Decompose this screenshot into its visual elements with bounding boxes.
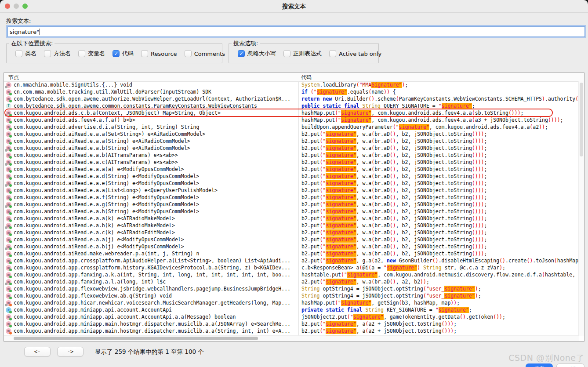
search-input[interactable]: signature" [7,26,585,37]
node-cell[interactable]: mcom.kugou.android.app.miniapp.main.host… [4,320,298,327]
node-cell[interactable]: mcom.kugou.android.aiRead.e.a.d(String) … [4,173,298,180]
checkbox-unchecked-icon[interactable] [44,50,51,57]
code-cell[interactable]: System.loadLibrary("MMASignature"); [298,81,579,88]
node-cell[interactable]: mcom.kugou.android.ads.c.b.a(Context, JS… [4,109,298,116]
result-row[interactable]: mcom.kugou.android.aiRead.e.a.g(String) … [4,201,579,208]
horizontal-scrollbar-thumb[interactable] [14,337,258,340]
node-cell[interactable]: mcn.mmachina.mobile.SignUtils.{...} void [4,81,298,88]
horizontal-scrollbar[interactable] [4,335,579,341]
code-cell[interactable]: b2.put("signature", w.a(br.aD(), b2, jSO… [298,250,579,257]
node-cell[interactable]: mcom.kugou.android.app.fanxing.a.l.a(lon… [4,278,298,285]
node-cell[interactable]: mcom.kugou.android.aiRead.e.a.e(String) … [4,180,298,187]
node-cell[interactable]: mcom.kugou.android.advertise.d.i.a(Strin… [4,124,298,131]
code-cell[interactable]: b2.put("signature", w.a(br.aD(), b2, jSO… [298,243,579,250]
code-cell[interactable]: hashtable.put("signature", com.kugou.and… [298,271,579,278]
column-header-code[interactable]: 代码 [301,74,312,81]
code-cell[interactable]: a2.put("signature", w.a(br.aD(), a2, b2)… [298,278,579,285]
cancel-button[interactable]: 取消 [556,363,584,367]
code-cell[interactable]: b2.put("signature", w.a(br.aD(), b2, jSO… [298,201,579,208]
result-row[interactable]: mcom.kugou.android.ads.feev4.a.f.a() b<b… [4,116,579,124]
checkbox-item[interactable]: 变量名 [78,50,105,58]
result-row[interactable]: mcom.kugou.android.aiRead.e.a.b(j) e<Mod… [4,243,579,250]
result-row[interactable]: mcom.kugou.android.app.crossplatform.Api… [4,257,579,264]
node-cell[interactable]: mcom.kugou.android.aiRead.e.a.a(Set<Stri… [4,131,298,138]
checkbox-checked-icon[interactable]: ✓ [238,50,245,57]
node-cell[interactable]: mcom.kugou.android.aiRead.e.a.b(j) e<Mod… [4,243,298,250]
node-cell[interactable]: mcom.kugou.android.app.crossplatform.Api… [4,257,298,264]
code-cell[interactable]: hashMap.put("signature", getSign(b3, has… [298,299,579,306]
checkbox-item[interactable]: 正则表达式 [283,50,322,58]
node-cell[interactable]: mcom.kugou.android.aiRead.e.a.g(String) … [4,201,298,208]
node-cell[interactable]: mcom.kugou.android.aiRead.make.webreader… [4,250,298,257]
code-cell[interactable]: b2.put("signature", w.a(br.aD(), b2, jSO… [298,222,579,229]
code-cell[interactable]: b2.put("signature", a(a2 + jSONObject.to… [298,320,579,327]
code-cell[interactable]: buildUpon.appendQueryParameter("signatur… [298,124,579,131]
code-cell[interactable]: public static final String QUERY_SIGNATU… [298,102,579,109]
checkbox-item[interactable]: 类名 [15,50,36,58]
code-cell[interactable]: b2.put("signature", w.a(br.aD(), b2, jSO… [298,173,579,180]
checkbox-unchecked-icon[interactable] [141,50,148,57]
code-cell[interactable]: hashMap.put("signature", com.kugou.andro… [298,116,579,124]
result-row[interactable]: mcom.kugou.android.app.flexowebview.ab.q… [4,292,579,299]
checkbox-item[interactable]: Comments [185,50,225,57]
code-cell[interactable]: String optString4 = jSONObject.optString… [298,285,579,292]
node-cell[interactable]: mcn.com.mma.mobile.tracking.util.XmlUtil… [4,88,298,95]
column-header-node[interactable]: 节点 [8,74,19,81]
node-cell[interactable]: mcom.kugou.android.aiRead.e.a.a(String) … [4,138,298,145]
node-cell[interactable]: mcom.bytedance.sdk.open.aweme.authorize.… [4,95,298,102]
node-cell[interactable]: ccom.kugou.android.app.miniapp.api.accou… [4,306,298,313]
code-cell[interactable]: b2.put("signature", w.a(br.aD(), b2, jSO… [298,236,579,243]
result-row[interactable]: mcom.kugou.android.aiRead.e.a.f(String) … [4,194,579,201]
result-row[interactable]: mcom.kugou.android.aiRead.e.a.c(k) e<AIR… [4,229,579,236]
next-page-button[interactable]: -> [57,347,83,356]
node-cell[interactable]: mcom.kugou.android.aiRead.e.a.c(AITransP… [4,159,298,166]
code-cell[interactable]: b2.put("signature", w.a(br.aD(), b2, jSO… [298,194,579,201]
code-cell[interactable]: a2.put("signature", g.a(a2, new GsonBuil… [298,257,579,264]
result-row[interactable]: mcom.kugou.android.app.miniapp.main.host… [4,320,579,327]
result-row[interactable]: Icom.bytedance.sdk.open.aweme.common.con… [4,102,579,109]
result-row[interactable]: mcom.kugou.android.aiRead.e.a.a(j) e<Mod… [4,236,579,243]
node-cell[interactable]: mcom.kugou.android.app.hicar.newhicar.vo… [4,299,298,306]
code-cell[interactable]: String optString4 = jSONObject.optString… [298,292,579,299]
node-cell[interactable]: mcom.kugou.android.aiRead.e.a.a(j) e<Mod… [4,236,298,243]
checkbox-item[interactable]: Active tab only [329,50,381,57]
node-cell[interactable]: mcom.kugou.android.app.flexowebview.ab.q… [4,292,298,299]
code-cell[interactable]: return new Uri.Builder().scheme(ParamKey… [298,95,579,102]
node-cell[interactable]: mcom.kugou.android.aiRead.e.a.c(k) e<AIR… [4,229,298,236]
code-cell[interactable]: c.b<ResponseBean> a(@i(a = "signature") … [298,264,579,271]
result-row[interactable]: mcn.mmachina.mobile.SignUtils.{...} void… [4,81,579,88]
result-row[interactable]: mcom.kugou.android.aiRead.e.a.a(Set<Stri… [4,131,579,138]
checkbox-unchecked-icon[interactable] [78,50,85,57]
result-row[interactable]: mcom.kugou.android.aiRead.e.a.b(k) e<AIR… [4,222,579,229]
code-cell[interactable]: b2.put("signature", w.a(br.aD(), b2, jSO… [298,180,579,187]
result-row[interactable]: mcom.kugou.android.aiRead.e.a.h(String) … [4,208,579,215]
result-row[interactable]: mcom.kugou.android.app.miniapp.main.host… [4,327,579,334]
code-cell[interactable]: b2.put("signature", w.a(br.aD(), b2, jSO… [298,131,579,138]
code-cell[interactable]: jSONObject2.put("signature", gameTokenEn… [298,313,579,320]
node-cell[interactable]: mcom.kugou.android.ads.feev4.a.f.a() b<b… [4,116,298,124]
node-cell[interactable]: mcom.kugou.android.aiRead.e.a.h(String) … [4,208,298,215]
code-cell[interactable]: b2.put("signature", w.a(br.aD(), b2, jSO… [298,229,579,236]
result-row[interactable]: mcom.kugou.android.app.fanxing.a.k.a(int… [4,271,579,278]
result-row[interactable]: mcn.com.mma.mobile.tracking.util.XmlUtil… [4,88,579,95]
result-row[interactable]: mcom.kugou.android.aiRead.e.a.a(List<Lon… [4,187,579,194]
node-cell[interactable]: mcom.kugou.android.aiRead.e.a.a(a) e<Mod… [4,166,298,173]
result-row[interactable]: mcom.kugou.android.aiRead.e.a.a(String) … [4,138,579,145]
result-row[interactable]: mcom.kugou.android.app.flexowebview.jsbr… [4,285,579,292]
node-cell[interactable]: mcom.kugou.android.app.fanxing.a.k.a(int… [4,271,298,278]
code-cell[interactable]: b2.put("signature", w.a(br.aD(), b2, jSO… [298,215,579,222]
result-row[interactable]: mcom.kugou.android.aiRead.e.a.a(k) e<AIR… [4,215,579,222]
checkbox-unchecked-icon[interactable] [283,50,290,57]
node-cell[interactable]: mcom.kugou.android.aiRead.e.a.b(k) e<AIR… [4,222,298,229]
result-row[interactable]: mcom.kugou.android.aiRead.e.a.c(AITransP… [4,159,579,166]
result-row[interactable]: mcom.kugou.android.app.crossplatform.his… [4,264,579,271]
checkbox-item[interactable]: ✓忽略大小写 [238,50,276,58]
checkbox-checked-icon[interactable]: ✓ [113,50,120,57]
node-cell[interactable]: mcom.kugou.android.aiRead.e.a.b(AITransP… [4,152,298,159]
code-cell[interactable]: hashMap.put("signature", com.kugou.andro… [298,109,579,116]
node-cell[interactable]: mcom.kugou.android.app.flexowebview.jsbr… [4,285,298,292]
vertical-scrollbar-thumb[interactable] [580,83,583,156]
node-cell[interactable]: mcom.kugou.android.aiRead.e.a.a(List<Lon… [4,187,298,194]
result-row[interactable]: mcom.kugou.android.app.miniapp.api.accou… [4,313,579,320]
checkbox-unchecked-icon[interactable] [185,50,192,57]
